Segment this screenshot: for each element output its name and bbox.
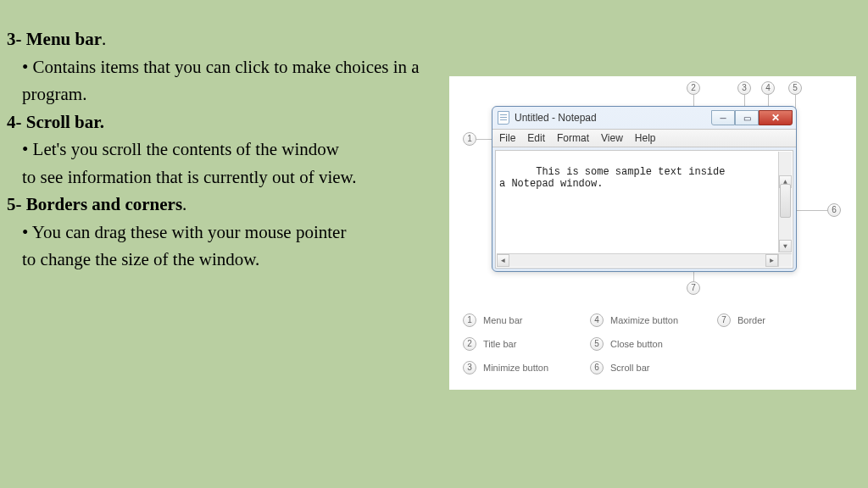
callout-4: 4 — [761, 81, 775, 95]
minimize-button[interactable]: ─ — [711, 110, 735, 125]
legend-item: 1Menu bar — [463, 313, 590, 327]
heading-scroll-bar: 4- Scroll bar. — [7, 108, 448, 136]
heading-borders: 5- Borders and corners — [7, 194, 182, 214]
heading-menu-bar: 3- Menu bar — [7, 29, 102, 49]
legend-item: 3Minimize button — [463, 361, 590, 374]
diagram-legend: 1Menu bar 4Maximize button 7Border 2Titl… — [463, 313, 844, 374]
legend-item: 4Maximize button — [590, 313, 717, 327]
callout-2: 2 — [687, 81, 700, 95]
close-button[interactable]: ✕ — [759, 110, 793, 125]
sample-text: This is some sample text inside a Notepa… — [499, 166, 725, 190]
callout-1: 1 — [463, 132, 476, 146]
menu-bar: File Edit Format View Help — [492, 129, 796, 147]
vertical-scrollbar[interactable]: ▲ ▼ — [778, 152, 792, 252]
scroll-bar-desc-2: to see information that is currently out… — [7, 164, 448, 191]
notepad-diagram: 2 3 4 5 1 6 7 Untitled - Notepad ─ ▭ ✕ F… — [449, 76, 856, 390]
callout-5: 5 — [788, 81, 802, 95]
menu-view[interactable]: View — [601, 132, 623, 144]
legend-item: 6Scroll bar — [590, 361, 717, 374]
menu-help[interactable]: Help — [635, 132, 656, 144]
scroll-left-icon[interactable]: ◄ — [497, 254, 509, 267]
text-area[interactable]: This is some sample text inside a Notepa… — [495, 150, 793, 269]
definitions-text: 3- Menu bar. • Contains items that you c… — [7, 25, 448, 274]
horizontal-scrollbar[interactable]: ◄ ► — [497, 253, 778, 267]
callout-3: 3 — [737, 81, 751, 95]
scroll-right-icon[interactable]: ► — [765, 254, 778, 267]
scroll-bar-desc-1: • Let's you scroll the contents of the w… — [7, 136, 448, 164]
maximize-button[interactable]: ▭ — [735, 110, 759, 125]
scroll-down-icon[interactable]: ▼ — [779, 240, 792, 252]
menu-file[interactable]: File — [499, 132, 515, 144]
resize-corner[interactable] — [778, 253, 792, 267]
callout-6: 6 — [827, 203, 841, 217]
borders-desc-2: to change the size of the window. — [7, 246, 448, 274]
window-title: Untitled - Notepad — [515, 112, 711, 124]
legend-item: 2Title bar — [463, 337, 590, 351]
notepad-window: Untitled - Notepad ─ ▭ ✕ File Edit Forma… — [492, 106, 797, 272]
scroll-thumb[interactable] — [780, 184, 791, 218]
legend-item: 5Close button — [590, 337, 717, 351]
callout-7: 7 — [687, 281, 700, 295]
menu-edit[interactable]: Edit — [527, 132, 545, 144]
title-bar[interactable]: Untitled - Notepad ─ ▭ ✕ — [492, 107, 796, 129]
menu-bar-desc: • Contains items that you can click to m… — [7, 53, 448, 108]
menu-format[interactable]: Format — [557, 132, 589, 144]
notepad-icon — [498, 111, 509, 125]
legend-item: 7Border — [717, 313, 844, 327]
borders-desc-1: • You can drag these with your mouse poi… — [7, 219, 448, 247]
